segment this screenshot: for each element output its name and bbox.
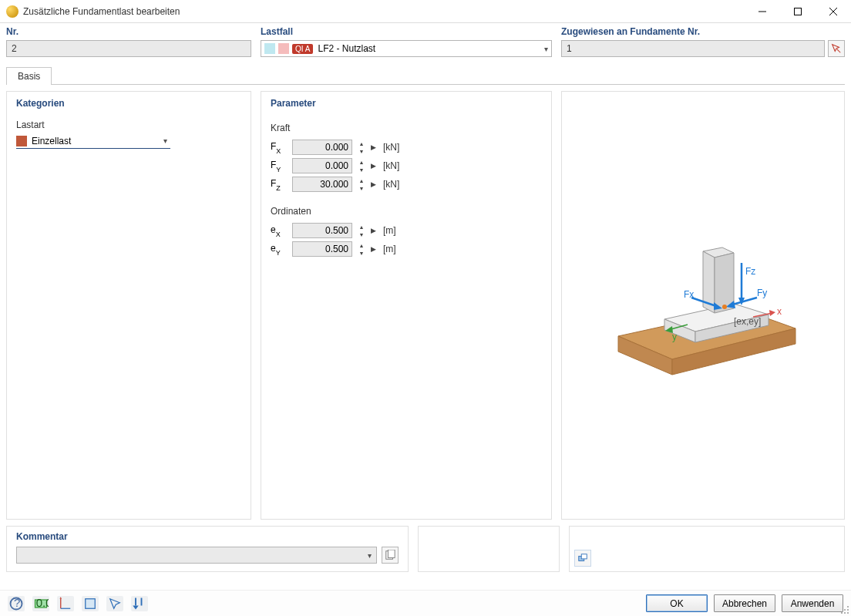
titlebar: Zusätzliche Fundamentlast bearbeiten: [0, 0, 851, 23]
coord-tool-icon[interactable]: [57, 596, 74, 611]
fy-unit: [kN]: [383, 160, 399, 171]
fx-row: FX ▲▼ ▶ [kN]: [271, 140, 542, 155]
ex-input[interactable]: [292, 223, 352, 238]
svg-text:?: ?: [14, 596, 20, 609]
svg-rect-42: [86, 598, 96, 608]
loadcase-color-2: [278, 43, 289, 54]
ordinaten-label: Ordinaten: [271, 206, 542, 217]
window-title: Zusätzliche Fundamentlast bearbeiten: [23, 6, 745, 17]
fx-symbol: FX: [271, 141, 288, 153]
app-icon: [6, 5, 18, 18]
ex-unit: [m]: [383, 225, 396, 236]
lastart-label: Lastart: [16, 119, 241, 130]
lastfall-select[interactable]: QI A LF2 - Nutzlast ▾: [261, 40, 552, 57]
svg-point-49: [847, 612, 849, 614]
preview-tool-button[interactable]: [574, 550, 591, 567]
svg-text:[ex,ey]: [ex,ey]: [734, 316, 761, 327]
foundation-preview-icon: Fz Fy Fx x y [ex,ey]: [603, 220, 803, 390]
tab-basis[interactable]: Basis: [6, 67, 52, 85]
svg-marker-41: [60, 597, 62, 599]
svg-text:y: y: [672, 332, 677, 342]
lastfall-text: LF2 - Nutzlast: [316, 43, 541, 54]
fy-step-button[interactable]: ▶: [371, 162, 378, 170]
zugewiesen-label: Zugewiesen an Fundamente Nr.: [561, 26, 845, 37]
footer: ? 0.00 OK Abbrechen Anwenden: [0, 590, 851, 616]
ex-step-button[interactable]: ▶: [371, 227, 378, 234]
svg-text:x: x: [777, 306, 782, 317]
close-button[interactable]: [816, 0, 851, 22]
chevron-down-icon: ▾: [163, 136, 170, 145]
ok-button[interactable]: OK: [646, 594, 708, 612]
ey-row: eY ▲▼ ▶ [m]: [271, 241, 542, 257]
nr-value: 2: [12, 43, 17, 54]
cancel-button[interactable]: Abbrechen: [714, 594, 775, 612]
svg-rect-1: [795, 8, 802, 15]
zugewiesen-input[interactable]: 1: [561, 40, 825, 57]
kategorien-panel: Kategorien Lastart Einzellast ▾: [6, 91, 251, 520]
fx-spinner[interactable]: ▲▼: [357, 140, 366, 155]
lastart-value: Einzellast: [32, 136, 159, 146]
svg-marker-44: [133, 605, 139, 609]
apply-button[interactable]: Anwenden: [782, 594, 843, 612]
fx-input[interactable]: [292, 140, 352, 155]
fz-input[interactable]: [292, 177, 352, 192]
units-tool-icon[interactable]: 0.00: [32, 596, 49, 611]
fz-symbol: FZ: [271, 178, 288, 190]
kommentar-panel: Kommentar ▾: [6, 526, 409, 572]
svg-marker-24: [769, 310, 775, 316]
resize-grip-icon[interactable]: [840, 605, 849, 614]
ey-step-button[interactable]: ▶: [371, 245, 378, 253]
spacer-panel: [418, 526, 560, 572]
kraft-label: Kraft: [271, 123, 542, 133]
kategorien-title: Kategorien: [16, 98, 241, 109]
svg-text:0.00: 0.00: [36, 596, 49, 609]
ex-symbol: eX: [271, 224, 288, 237]
fz-row: FZ ▲▼ ▶ [kN]: [271, 177, 542, 192]
preview-panel: Fz Fy Fx x y [ex,ey]: [561, 91, 845, 520]
svg-rect-32: [388, 550, 395, 558]
parameter-title: Parameter: [271, 98, 542, 109]
svg-point-48: [844, 609, 846, 611]
ex-row: eX ▲▼ ▶ [m]: [271, 223, 542, 238]
fy-spinner[interactable]: ▲▼: [357, 158, 366, 173]
ey-unit: [m]: [383, 244, 396, 254]
fy-symbol: FY: [271, 160, 288, 172]
svg-text:Fy: Fy: [757, 288, 767, 298]
fy-input[interactable]: [292, 158, 352, 173]
svg-rect-34: [581, 554, 587, 559]
ey-input[interactable]: [292, 241, 352, 257]
svg-text:Fx: Fx: [684, 289, 694, 300]
ey-symbol: eY: [271, 243, 288, 255]
kommentar-title: Kommentar: [16, 531, 399, 542]
svg-point-47: [847, 609, 849, 611]
minimize-button[interactable]: [745, 0, 780, 22]
lastfall-label: Lastfall: [261, 26, 552, 37]
svg-point-29: [722, 305, 727, 309]
fy-row: FY ▲▼ ▶ [kN]: [271, 158, 542, 173]
fx-step-button[interactable]: ▶: [371, 143, 378, 151]
svg-text:Fz: Fz: [745, 266, 755, 277]
fz-unit: [kN]: [383, 179, 399, 190]
lastart-select[interactable]: Einzellast ▾: [16, 133, 170, 149]
svg-point-50: [844, 612, 846, 614]
fz-spinner[interactable]: ▲▼: [357, 177, 366, 192]
view-tool-icon[interactable]: [82, 596, 99, 611]
svg-line-4: [837, 49, 840, 52]
zugewiesen-value: 1: [567, 43, 572, 54]
select-foundation-button[interactable]: [828, 40, 845, 57]
chevron-down-icon: ▾: [368, 551, 372, 560]
fz-step-button[interactable]: ▶: [371, 180, 378, 188]
load-tool-icon[interactable]: [131, 596, 148, 611]
chevron-down-icon: ▾: [544, 45, 548, 53]
ey-spinner[interactable]: ▲▼: [357, 241, 366, 257]
maximize-button[interactable]: [780, 0, 816, 22]
loadcase-badge: QI A: [292, 44, 313, 54]
parameter-panel: Parameter Kraft FX ▲▼ ▶ [kN] FY ▲▼ ▶ [kN…: [261, 91, 552, 520]
help-tool-icon[interactable]: ?: [8, 596, 25, 611]
ex-spinner[interactable]: ▲▼: [357, 223, 366, 238]
kommentar-select[interactable]: ▾: [16, 547, 377, 564]
pick-tool-icon[interactable]: [106, 596, 123, 611]
kommentar-library-button[interactable]: [382, 547, 399, 564]
nr-input[interactable]: 2: [6, 40, 251, 57]
svg-point-46: [847, 606, 849, 608]
